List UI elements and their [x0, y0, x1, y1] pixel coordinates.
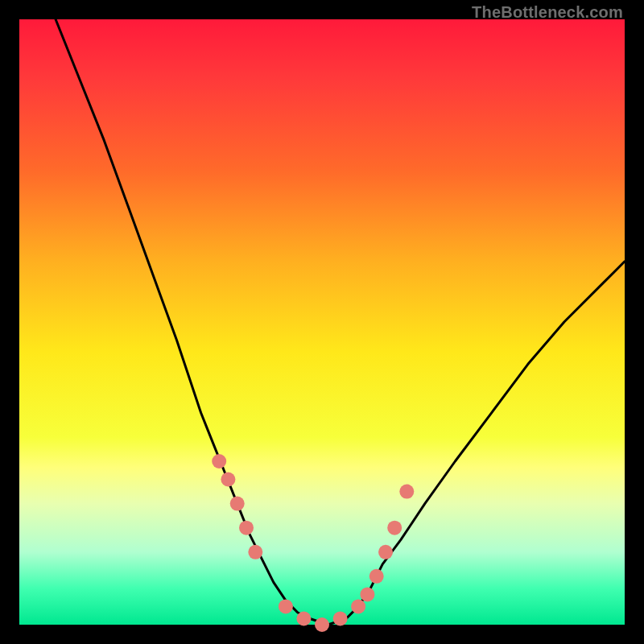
highlight-point: [360, 587, 374, 601]
highlight-markers: [212, 454, 414, 632]
highlight-point: [399, 485, 414, 499]
watermark-label: TheBottleneck.com: [472, 3, 623, 22]
highlight-point: [378, 545, 393, 559]
highlight-point: [212, 454, 226, 469]
highlight-point: [248, 545, 262, 559]
highlight-point: [351, 599, 365, 613]
highlight-point: [296, 612, 311, 626]
highlight-point: [387, 521, 402, 535]
highlight-point: [239, 521, 254, 535]
highlight-point: [221, 473, 235, 487]
highlight-point: [230, 497, 245, 511]
highlight-point: [369, 569, 384, 584]
highlight-point: [315, 617, 329, 632]
highlight-point: [279, 599, 293, 613]
chart-svg: [19, 19, 625, 625]
chart-frame: [19, 19, 625, 625]
bottleneck-curve: [56, 19, 625, 625]
bottleneck-curve-path: [56, 19, 625, 625]
highlight-point: [333, 612, 348, 626]
